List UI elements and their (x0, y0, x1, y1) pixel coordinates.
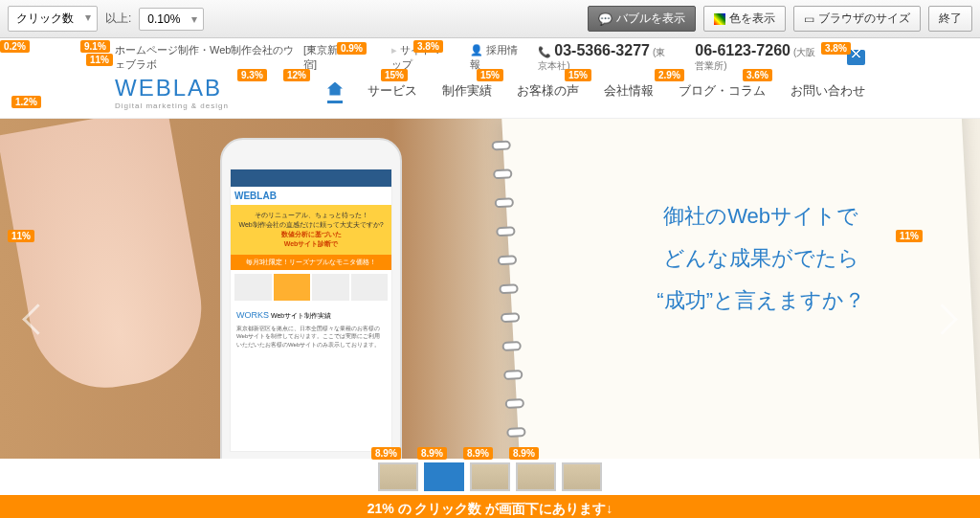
phone-logo: WEBLAB (231, 187, 391, 205)
threshold-label: 以上: (105, 11, 131, 27)
hero-copy: 御社のWebサイトで どんな成果がでたら “成功”と言えますか？ (657, 195, 865, 322)
tagline: ホームページ制作・Web制作会社のウェブラボ (115, 43, 300, 72)
hand-image (0, 119, 213, 400)
bubble-icon: 💬 (598, 12, 612, 26)
slider-thumbs: 8.9% 8.9% 8.9% 8.9% (0, 459, 980, 495)
nav-works[interactable]: 制作実績 (442, 82, 492, 103)
click-badge: 3.8% (413, 40, 443, 53)
thumb-5[interactable] (562, 462, 602, 491)
color-swatch-icon (714, 13, 725, 25)
banner-line: 数値分析に基づいた (236, 230, 386, 239)
phone-icon: 📞 (538, 46, 551, 57)
works-sub: Webサイト制作実績 (271, 312, 331, 319)
click-badge: 15% (565, 69, 591, 81)
click-badge: 8.9% (509, 447, 539, 460)
below-fold-notice[interactable]: 21% の クリック数 が画面下にあります↓ (0, 495, 980, 518)
click-badge: 8.9% (463, 447, 493, 460)
analytics-toolbar: クリック数 以上: 0.10% 💬 バブルを表示 色を表示 ▭ ブラウザのサイズ… (0, 0, 980, 38)
nav-service[interactable]: サービス (368, 82, 417, 103)
click-badge: 11% (896, 230, 923, 242)
color-label: 色を表示 (729, 11, 775, 27)
person-icon: 👤 (470, 44, 483, 56)
nav-home[interactable] (327, 82, 343, 103)
page-content: 0.2% 9.1% 11% 0.9% 3.8% 3.8% 9.3% 12% 15… (0, 38, 980, 518)
works-text: 東京都新宿区を拠点に、日本全国様々な業種のお客様のWebサイトを制作しております… (236, 325, 386, 349)
slider-next[interactable] (932, 289, 961, 347)
browser-icon: ▭ (804, 12, 814, 26)
phone-cta: 毎月3社限定！リーズナブルなモニタ価格！ (231, 255, 391, 270)
nav-voice[interactable]: お客様の声 (517, 82, 579, 103)
click-badge: 12% (283, 69, 310, 81)
nav-company[interactable]: 会社情報 (604, 82, 654, 103)
hero-line: “成功”と言えますか？ (657, 280, 865, 322)
thumb-1[interactable] (378, 462, 418, 491)
logo-block[interactable]: WEBLAB Digital marketing & design (115, 75, 229, 110)
hero-line: 御社のWebサイトで (657, 195, 865, 237)
logo-text: WEBLAB (115, 75, 229, 101)
metric-dropdown[interactable]: クリック数 (8, 6, 98, 32)
bubble-toggle-button[interactable]: 💬 バブルを表示 (588, 6, 696, 32)
color-toggle-button[interactable]: 色を表示 (703, 6, 786, 32)
hero-line: どんな成果がでたら (657, 237, 865, 280)
click-badge: 15% (477, 69, 503, 81)
banner-line: Web制作会社の直感だけに頼って大丈夫ですか? (236, 220, 386, 230)
click-badge: 9.1% (80, 40, 110, 53)
thumb-4[interactable] (516, 462, 556, 491)
logo-subtitle: Digital marketing & design (115, 101, 229, 110)
thumb-3[interactable] (470, 462, 510, 491)
click-badge: 3.8% (821, 42, 851, 55)
exit-button[interactable]: 終了 (928, 6, 972, 32)
phone-statusbar (231, 169, 391, 187)
click-badge: 2.9% (655, 69, 684, 81)
nav-contact[interactable]: お問い合わせ (791, 82, 865, 103)
click-badge: 0.9% (337, 42, 367, 55)
phone-banner: そのリニューアル、ちょっと待った！ Web制作会社の直感だけに頼って大丈夫ですか… (231, 205, 391, 255)
click-badge: 11% (8, 230, 34, 242)
click-badge: 1.2% (11, 96, 41, 108)
home-icon (327, 82, 343, 96)
click-badge: 9.3% (237, 69, 267, 81)
nav-blog[interactable]: ブログ・コラム (679, 82, 766, 103)
slider-prev[interactable] (19, 289, 48, 347)
click-badge: 0.2% (0, 40, 30, 53)
click-badge: 3.6% (743, 69, 772, 81)
phone-mockup: WEBLAB そのリニューアル、ちょっと待った！ Web制作会社の直感だけに頼っ… (220, 138, 402, 459)
hero-slider: WEBLAB そのリニューアル、ちょっと待った！ Web制作会社の直感だけに頼っ… (0, 119, 980, 459)
main-nav: サービス 制作実績 お客様の声 会社情報 ブログ・コラム お問い合わせ (327, 82, 865, 103)
banner-line: そのリニューアル、ちょっと待った！ (236, 211, 386, 220)
browser-size-button[interactable]: ▭ ブラウザのサイズ (793, 6, 921, 32)
click-badge: 15% (381, 69, 408, 81)
works-title: WORKS (236, 310, 269, 320)
browser-label: ブラウザのサイズ (818, 11, 910, 27)
banner-line: Webサイト診断で (236, 239, 386, 249)
phone-tokyo: 03-5366-3277 (554, 42, 650, 58)
click-badge: 8.9% (417, 447, 447, 460)
spiral-binding (491, 130, 532, 459)
bubble-label: バブルを表示 (616, 11, 685, 27)
sitemap-icon: ▸ (391, 44, 397, 56)
phone-osaka: 06-6123-7260 (695, 42, 791, 58)
threshold-dropdown[interactable]: 0.10% (139, 8, 204, 31)
click-badge: 11% (86, 54, 113, 66)
thumb-2[interactable] (424, 462, 464, 491)
click-badge: 8.9% (371, 447, 401, 460)
